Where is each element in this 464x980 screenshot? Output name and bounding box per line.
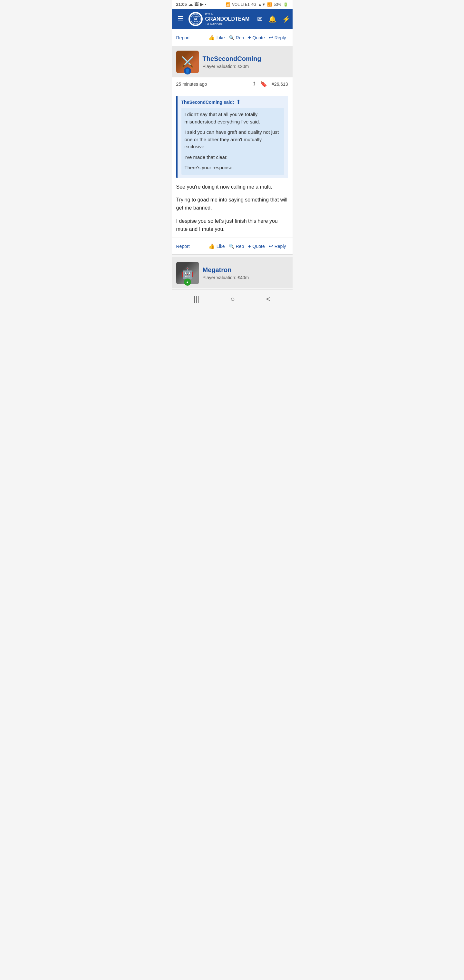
nav-home-button[interactable]: ○	[224, 294, 241, 305]
username-2[interactable]: Megatron	[203, 266, 249, 274]
messages-icon[interactable]: ✉	[256, 14, 264, 24]
site-name: IT'S A GRANDOLDTEAM TO SUPPORT	[205, 13, 250, 26]
rep-icon	[229, 35, 234, 40]
user-info-2: Megatron Player Valuation: £40m	[203, 266, 249, 280]
bookmark-icon[interactable]: 🔖	[260, 81, 267, 88]
rep-button-top[interactable]: Rep	[227, 34, 246, 41]
status-bar: 21:05 ☁ 🖼 ▶ • 📶 VOL LTE1 4G ▲▼ 📶 53% 🔋	[172, 0, 292, 9]
nav-menu-button[interactable]: |||	[187, 294, 206, 305]
reply-button-bottom[interactable]: Reply	[267, 242, 288, 250]
status-indicators: 📶 VOL LTE1 4G ▲▼ 📶 53% 🔋	[226, 2, 288, 7]
reply-icon-bottom	[269, 243, 273, 249]
like-button-top[interactable]: Like	[207, 33, 227, 42]
post-1-time: 25 minutes ago	[176, 81, 207, 87]
quote-icon-bottom	[248, 243, 251, 249]
report-button-top[interactable]: Report	[176, 34, 192, 41]
status-time: 21:05 ☁ 🖼 ▶ •	[176, 2, 207, 7]
navbar: ☰ GRAND OLD TEAM IT'S A GRANDOLDTEAM TO …	[172, 9, 292, 29]
post-1-user-header: ⚔️ TheSecondComing Player Valuation: £20…	[172, 46, 292, 77]
post-1-content: TheSecondComing said: ⬆ I didn't say tha…	[172, 91, 292, 238]
quote-block-1: TheSecondComing said: ⬆ I didn't say tha…	[176, 96, 288, 178]
like-icon-bottom	[208, 243, 215, 249]
user-icon	[184, 68, 190, 73]
rep-button-bottom[interactable]: Rep	[227, 242, 246, 250]
notifications-icon[interactable]: 🔔	[267, 14, 278, 24]
bottom-action-bar-1: Report Like Rep Quote Reply	[172, 238, 292, 255]
top-action-bar: Report Like Rep Quote Reply	[172, 29, 292, 46]
hamburger-menu-icon[interactable]: ☰	[176, 14, 185, 24]
avatar-wrap: ⚔️	[176, 51, 199, 73]
rep-icon-bottom	[229, 244, 234, 249]
quote-author-1: TheSecondComing said: ⬆	[181, 99, 284, 105]
post-2-user-header: 🤖 ● Megatron Player Valuation: £40m	[172, 257, 292, 288]
reply-icon-top	[269, 35, 273, 41]
bottom-navigation: ||| ○ <	[172, 290, 292, 309]
quote-button-top[interactable]: Quote	[246, 33, 267, 42]
post-1-meta-right: ⤴ 🔖 #26,613	[253, 81, 288, 88]
svg-text:TEAM: TEAM	[193, 20, 197, 22]
username-1[interactable]: TheSecondComing	[203, 55, 261, 62]
quote-icon	[248, 35, 251, 41]
quote-button-bottom[interactable]: Quote	[246, 242, 267, 250]
share-icon[interactable]: ⤴	[253, 81, 256, 88]
flash-icon[interactable]: ⚡	[281, 14, 292, 24]
logo-circle-icon: GRAND OLD TEAM	[189, 12, 203, 26]
like-button-bottom[interactable]: Like	[207, 242, 227, 250]
like-icon	[208, 35, 215, 41]
player-valuation-1: Player Valuation: £20m	[203, 64, 261, 69]
site-logo[interactable]: GRAND OLD TEAM IT'S A GRANDOLDTEAM TO SU…	[189, 12, 250, 26]
circle-up-icon[interactable]: ⬆	[236, 99, 240, 105]
post-1-meta: 25 minutes ago ⤴ 🔖 #26,613	[172, 77, 292, 91]
post-number-1: #26,613	[272, 81, 288, 87]
svg-text:GRAND: GRAND	[192, 16, 199, 18]
user-info-1: TheSecondComing Player Valuation: £20m	[203, 55, 261, 69]
online-indicator	[184, 67, 191, 75]
post-1-body: See you're doing it now calling me a mul…	[176, 183, 288, 233]
reply-button-top[interactable]: Reply	[267, 33, 288, 42]
report-button-bottom[interactable]: Report	[176, 242, 192, 250]
post-1: ⚔️ TheSecondComing Player Valuation: £20…	[172, 46, 292, 255]
online-indicator-2: ●	[184, 278, 191, 286]
user-icon-2: ●	[186, 280, 189, 284]
quote-text-1: I didn't say that at all you've totally …	[181, 108, 284, 175]
player-valuation-2: Player Valuation: £40m	[203, 275, 249, 280]
avatar-wrap-2: 🤖 ●	[176, 262, 199, 284]
svg-text:OLD: OLD	[194, 18, 197, 20]
nav-back-button[interactable]: <	[260, 294, 277, 305]
